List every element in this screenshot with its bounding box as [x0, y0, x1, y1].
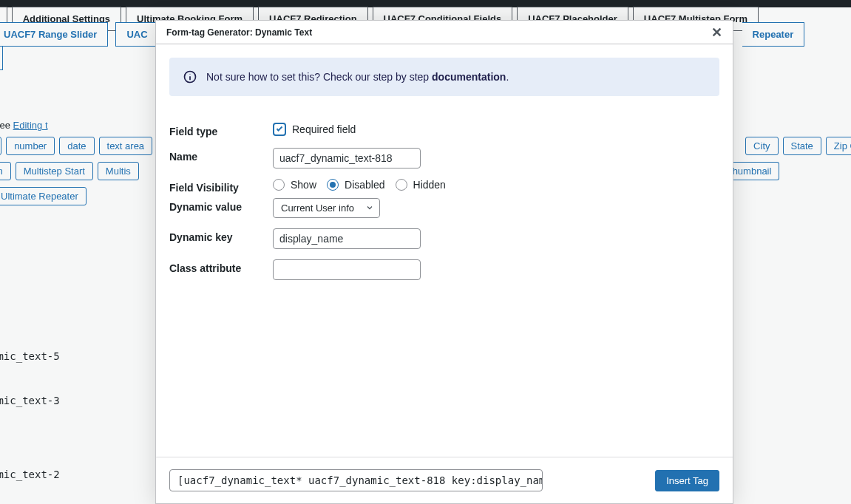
info-text: Not sure how to set this? Check our step… — [206, 71, 509, 83]
visibility-disabled-radio[interactable] — [327, 179, 339, 191]
visibility-label: Field Visibility — [169, 179, 273, 194]
bg-form-tag-btn[interactable]: d column — [0, 162, 11, 180]
class-input[interactable] — [273, 259, 421, 280]
bg-hint: plate here. For details, see Editing t — [0, 120, 48, 131]
bg-form-tag-btn[interactable]: Zip Co — [826, 137, 851, 155]
form-fields: Field type Required field Name Field Vis… — [169, 123, 719, 280]
insert-tag-button[interactable]: Insert Tag — [655, 470, 719, 491]
info-icon — [183, 69, 197, 84]
dynamic-key-label: Dynamic key — [169, 228, 273, 243]
dynamic-key-input[interactable] — [273, 228, 421, 249]
bg-code-editor[interactable]: </label> col col:6] -col col:6] 7-row] c… — [0, 216, 60, 497]
visibility-hidden-radio[interactable] — [396, 179, 407, 191]
bg-tab[interactable]: UAC — [115, 22, 157, 47]
info-banner: Not sure how to set this? Check our step… — [169, 58, 719, 96]
dialog-title: Form-tag Generator: Dynamic Text — [166, 27, 312, 38]
generated-tag-output[interactable]: [uacf7_dynamic_text* uacf7_dynamic_text-… — [169, 469, 543, 491]
dialog-footer: [uacf7_dynamic_text* uacf7_dynamic_text-… — [156, 457, 733, 503]
class-label: Class attribute — [169, 259, 273, 274]
dynamic-value-select[interactable]: Current User info — [273, 198, 380, 218]
bg-tabs-3: t Cart — [0, 46, 3, 70]
close-icon[interactable]: ✕ — [711, 26, 722, 39]
bg-hint-text: plate here. For details, see — [0, 120, 13, 131]
bg-form-tag-btn[interactable]: State — [783, 137, 821, 155]
bg-form-tag-btn[interactable]: City — [745, 137, 778, 155]
visibility-radios: Show Disabled Hidden — [273, 179, 719, 191]
dynamic-value-label: Dynamic value — [169, 198, 273, 213]
dynamic-value-selected: Current User info — [273, 198, 380, 218]
bg-form-tag-btn[interactable]: Multis — [98, 162, 139, 180]
bg-form-tag-btn[interactable]: date — [59, 137, 94, 155]
checkbox-icon — [273, 123, 286, 136]
visibility-show-radio[interactable] — [273, 179, 285, 191]
name-input[interactable] — [273, 148, 421, 168]
bg-form-tag-btn[interactable]: number — [6, 137, 55, 155]
svg-point-2 — [190, 74, 191, 75]
bg-form-tag-buttons-3: Ultimate Repeater — [0, 187, 87, 205]
required-field-label: Required field — [292, 123, 356, 135]
field-type-label: Field type — [169, 123, 273, 137]
visibility-hidden-label: Hidden — [413, 179, 446, 191]
dialog-header: Form-tag Generator: Dynamic Text ✕ — [156, 21, 733, 44]
dialog-body: Not sure how to set this? Check our step… — [156, 44, 733, 287]
form-tag-generator-dialog: Form-tag Generator: Dynamic Text ✕ Not s… — [155, 20, 733, 504]
bg-tab[interactable]: UACF7 Range Slider — [0, 22, 108, 47]
visibility-show-label: Show — [291, 179, 316, 191]
bg-tab[interactable]: Repeater — [742, 22, 805, 47]
bg-tab[interactable]: t Cart — [0, 46, 3, 70]
documentation-link[interactable]: documentation — [432, 71, 506, 83]
bg-hint-link[interactable]: Editing t — [13, 120, 48, 131]
name-label: Name — [169, 148, 273, 163]
bg-form-tag-btn[interactable]: el — [0, 137, 1, 155]
required-field-checkbox[interactable]: Required field — [273, 123, 719, 136]
bg-form-tag-btn[interactable]: Ultimate Repeater — [0, 187, 87, 205]
bg-form-tag-btn[interactable]: text area — [99, 137, 153, 155]
visibility-disabled-label: Disabled — [345, 179, 384, 191]
bg-form-tag-btn[interactable]: Multistep Start — [16, 162, 93, 180]
